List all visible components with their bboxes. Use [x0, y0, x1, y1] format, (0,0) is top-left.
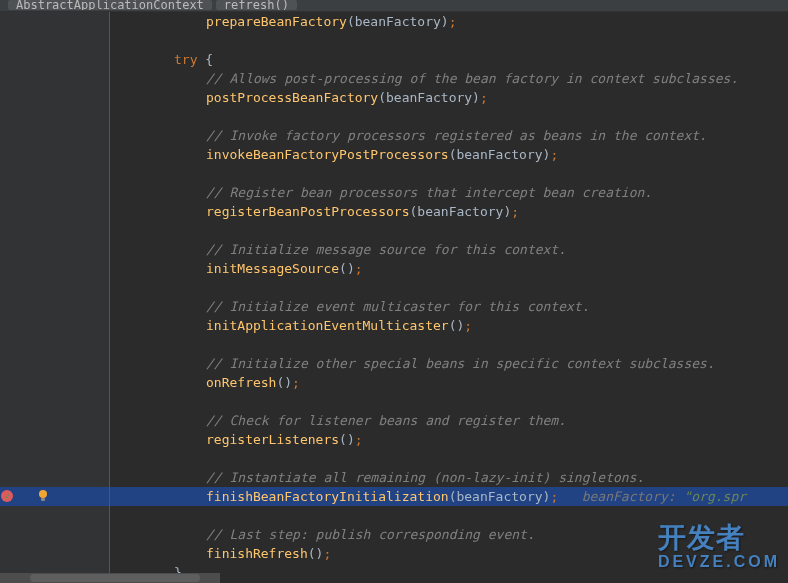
code-line[interactable]	[110, 392, 788, 411]
code-line[interactable]: registerBeanPostProcessors(beanFactory);	[110, 202, 788, 221]
code-line[interactable]	[110, 278, 788, 297]
code-line[interactable]: // Register bean processors that interce…	[110, 183, 788, 202]
intention-bulb-icon[interactable]	[36, 489, 50, 503]
code-line[interactable]: onRefresh();	[110, 373, 788, 392]
code-line[interactable]: // Invoke factory processors registered …	[110, 126, 788, 145]
breadcrumb-method[interactable]: refresh()	[216, 0, 297, 10]
gutter-line-numbers[interactable]	[28, 12, 76, 583]
code-line[interactable]	[110, 164, 788, 183]
svg-rect-1	[41, 498, 45, 501]
code-content[interactable]: prepareBeanFactory(beanFactory);try {// …	[110, 12, 788, 583]
editor-area: ✓ prepareBeanFactory(beanFactory);try {/…	[0, 12, 788, 583]
breadcrumb-class[interactable]: AbstractApplicationContext	[8, 0, 212, 10]
code-line[interactable]	[110, 107, 788, 126]
code-line[interactable]: finishRefresh();	[110, 544, 788, 563]
code-line[interactable]	[110, 506, 788, 525]
code-line[interactable]: // Allows post-processing of the bean fa…	[110, 69, 788, 88]
gutter-breakpoints[interactable]: ✓	[0, 12, 28, 583]
code-line[interactable]: invokeBeanFactoryPostProcessors(beanFact…	[110, 145, 788, 164]
gutter-icons[interactable]	[76, 12, 110, 583]
code-line[interactable]: prepareBeanFactory(beanFactory);	[110, 12, 788, 31]
code-line[interactable]	[110, 449, 788, 468]
breakpoint-icon[interactable]: ✓	[1, 490, 13, 502]
horizontal-scrollbar[interactable]	[0, 573, 220, 583]
code-line[interactable]	[110, 335, 788, 354]
code-line[interactable]: // Initialize message source for this co…	[110, 240, 788, 259]
code-line[interactable]	[110, 31, 788, 50]
code-line[interactable]: // Last step: publish corresponding even…	[110, 525, 788, 544]
code-line[interactable]: // Initialize other special beans in spe…	[110, 354, 788, 373]
code-line[interactable]: // Check for listener beans and register…	[110, 411, 788, 430]
code-line[interactable]: // Initialize event multicaster for this…	[110, 297, 788, 316]
breadcrumb-bar: AbstractApplicationContext refresh()	[0, 0, 788, 12]
code-line[interactable]	[110, 221, 788, 240]
horizontal-scrollbar-thumb[interactable]	[30, 574, 200, 582]
code-line[interactable]: finishBeanFactoryInitialization(beanFact…	[110, 487, 788, 506]
code-line[interactable]: initApplicationEventMulticaster();	[110, 316, 788, 335]
svg-point-0	[39, 490, 47, 498]
code-line[interactable]: try {	[110, 50, 788, 69]
code-line[interactable]: registerListeners();	[110, 430, 788, 449]
code-line[interactable]: postProcessBeanFactory(beanFactory);	[110, 88, 788, 107]
code-line[interactable]: // Instantiate all remaining (non-lazy-i…	[110, 468, 788, 487]
code-line[interactable]: initMessageSource();	[110, 259, 788, 278]
